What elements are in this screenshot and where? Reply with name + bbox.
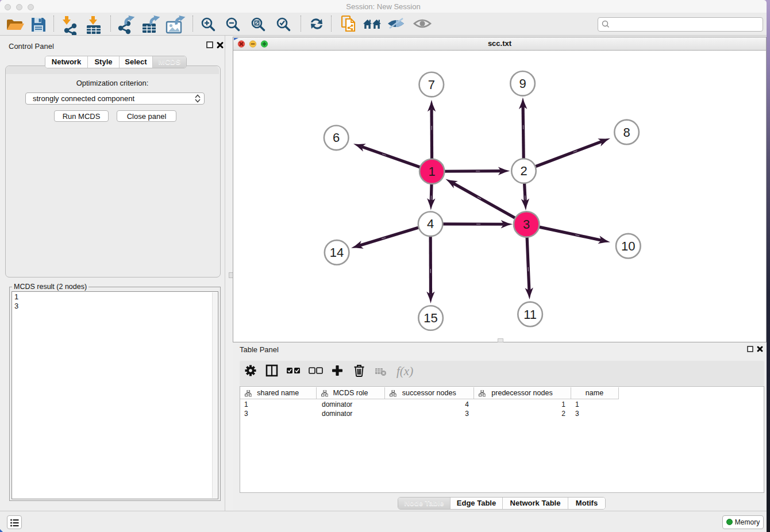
svg-text:f(x): f(x): [396, 364, 413, 378]
svg-text:14: 14: [330, 245, 344, 260]
svg-text:7: 7: [428, 78, 435, 92]
svg-text:10: 10: [621, 239, 635, 253]
svg-text:8: 8: [623, 125, 630, 140]
svg-text:11: 11: [523, 307, 537, 322]
svg-text:15: 15: [424, 311, 437, 325]
svg-text:4: 4: [427, 217, 434, 231]
svg-text:2: 2: [520, 164, 527, 178]
svg-text:3: 3: [523, 217, 530, 232]
svg-text:1: 1: [429, 164, 436, 179]
svg-text:9: 9: [519, 76, 526, 91]
svg-text:6: 6: [333, 130, 340, 145]
